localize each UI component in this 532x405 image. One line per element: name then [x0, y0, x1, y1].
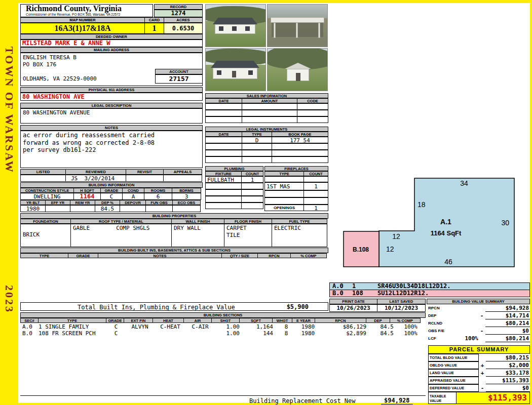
account-value: 27157: [155, 74, 203, 84]
reviewed-value: JS 3/20/2014: [65, 175, 126, 182]
property-photo-side[interactable]: [205, 48, 266, 91]
building-sketch: 34 18 A.1 30 1164 SqFt 12 12 B.108 46: [329, 175, 530, 274]
fireplaces-title: FIREPLACES: [264, 166, 328, 171]
carport-post: [296, 23, 298, 38]
dep-pct-label: DEP %: [95, 200, 120, 205]
fixture-value: FULLBATH: [205, 176, 242, 183]
sales-row: [205, 110, 328, 116]
cond-value: A: [122, 193, 144, 200]
builtin-qty-label: QTY / SIZE: [221, 253, 258, 258]
roof-label: ROOF TYPE / MATERIAL: [70, 219, 172, 224]
property-photo-outbuilding[interactable]: [267, 48, 328, 91]
bs-comp-value: 100%: [396, 330, 427, 337]
openings-count-value: 1: [303, 205, 328, 211]
bs-shgt-value: 1.00: [214, 323, 243, 330]
mailing-line-1: ENGLISH TERESA B: [23, 54, 202, 61]
yrblt-label: YR BLT: [20, 200, 46, 205]
building-information-title: BUILDING INFORMATION: [20, 182, 203, 188]
bs-whgt-label: WHGT: [272, 318, 292, 323]
replacement-cost-row: Building Replacement Cost New $94,928: [20, 395, 426, 404]
bs-extfin-value: [125, 330, 155, 337]
building-info-values-2: 1980 84.5: [20, 205, 203, 212]
roof-value: GABLECOMP SHGLS: [70, 224, 172, 247]
building-properties-header: FOUNDATION ROOF TYPE / MATERIAL WALL FIN…: [20, 219, 328, 224]
builtin-grade-label: GRADE: [68, 253, 98, 258]
bs-heat-label: HEAT: [153, 318, 184, 323]
sales-date-label: DATE: [205, 98, 242, 103]
legend-b-sec: B.0: [330, 290, 352, 297]
ps-row-deferred: DEFERRED VALUE - $0: [428, 384, 530, 392]
instruments-row: [205, 143, 328, 150]
bs-sqft-label: SQFT: [239, 318, 273, 323]
plumbing-title: PLUMBING: [205, 166, 263, 171]
acres-value[interactable]: 0.6530: [164, 23, 203, 34]
replacement-cost-label: Building Replacement Cost New: [249, 397, 356, 404]
instrument-type-label: TYPE: [242, 132, 272, 137]
card-value[interactable]: 1: [144, 23, 164, 34]
review-value-row: JS 3/20/2014: [20, 175, 203, 182]
town-of-warsaw-label: TOWN OF WARSAW: [3, 47, 16, 174]
building-sections-header: SEC# TYPE GRADE EXT FIN HEAT AIR SHGT SQ…: [20, 318, 426, 323]
hsqft-label: H SQFT: [73, 188, 101, 193]
fireplaces-row: [264, 197, 328, 205]
remyr-value: [70, 205, 95, 212]
bs-grade-label: GRADE: [106, 318, 124, 323]
map-number-value[interactable]: 16A3(1)17&18A: [20, 23, 145, 34]
bs-rpcn-value: $2,899: [320, 330, 371, 337]
print-date-label: PRINT DATE: [329, 299, 377, 304]
legend-b-num: 108: [352, 290, 377, 297]
instrument-date-value: [205, 137, 242, 143]
effyr-value: [45, 205, 70, 212]
hsqft-value: 1164: [73, 193, 101, 200]
vs-row-obs: OBS F/E - $0: [427, 327, 530, 335]
effyr-label: EFF YR: [45, 200, 70, 205]
floor-finish-value: CARPET TILE: [224, 224, 272, 247]
rooms-value: 6: [144, 193, 172, 200]
vs-row-dep: DEP - $14,714: [427, 312, 530, 319]
building-info-header-2: YR BLT EFF YR REM YR DEP % DEPOVR FUN OB…: [20, 200, 203, 205]
notes-line-1: ac error during reassessment carried: [23, 132, 202, 139]
vs-row-lcf: LCF 100% $80,214: [427, 335, 530, 342]
builtin-notes-label: NOTES: [98, 253, 222, 258]
foundation-value: BRICK: [20, 224, 71, 247]
dim-left: 18: [417, 200, 426, 209]
ps-row-taxable: TAXABLE VALUE $115,393: [428, 392, 530, 404]
bs-shgt-value: 1.00: [214, 330, 243, 337]
building-value-summary-title: BUILDING VALUE SUMMARY: [427, 299, 530, 304]
bs-air-value: C-AIR: [186, 323, 214, 330]
fireplace-type-label: TYPE: [264, 171, 304, 176]
revisit-label: REVISIT: [126, 169, 164, 175]
bs-rpcn-label: RPCN: [315, 318, 366, 323]
bs-sec-value: B.0: [20, 330, 39, 337]
window: [245, 26, 250, 31]
physical-address-value: 80 WASHINGTON AVE: [20, 93, 203, 101]
rooms-label: ROOMS: [144, 188, 172, 193]
bs-heat-value: C-HEAT: [155, 323, 186, 330]
map-number-label: MAP NUMBER: [20, 17, 145, 23]
dim-step-h: 12: [392, 232, 400, 240]
property-photo-front[interactable]: [205, 4, 266, 47]
plumbing-row: [205, 196, 263, 202]
bs-air-value: [186, 330, 214, 337]
building-info-header-1: CONSTRUCTION STYLE H SQFT GRADE COND ROO…: [20, 188, 203, 193]
dim-bottom: 46: [444, 258, 452, 266]
ecoobs-value: [172, 205, 201, 212]
appeals-value: [163, 175, 202, 182]
building-section-row-b: B.0 108 FR SCREEN PCH C 1.00 144 8 1980 …: [20, 330, 426, 337]
sales-row: [205, 103, 328, 110]
bs-type-value: 108 FR SCREEN PCH: [39, 330, 107, 337]
instruments-row-1: D 177 54: [205, 137, 328, 143]
ecoobs-label: ECO OBS: [172, 200, 201, 205]
taxable-value-label: TAXABLE VALUE: [428, 392, 457, 404]
plumbing-row: [205, 183, 263, 189]
carport-roof: [271, 17, 324, 23]
property-photo-carport[interactable]: [267, 4, 328, 47]
bs-whgt-value: 8: [276, 323, 296, 330]
record-value[interactable]: 1274: [154, 10, 203, 17]
remyr-label: REM YR: [70, 200, 95, 205]
parcel-summary-title: PARCEL SUMMARY: [428, 345, 530, 354]
legal-description-value: 80 WASHINGTON AVENUE: [20, 108, 203, 124]
bdrms-label: BDRMS: [172, 188, 201, 193]
door: [232, 71, 236, 77]
bs-air-label: AIR: [183, 318, 212, 323]
